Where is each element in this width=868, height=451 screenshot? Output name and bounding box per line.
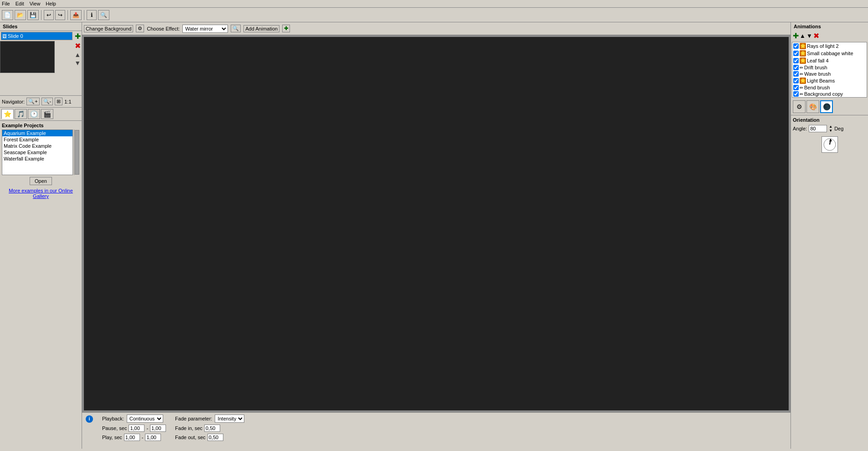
project-list-scrollbar[interactable] bbox=[74, 130, 80, 175]
play-value1[interactable] bbox=[124, 434, 140, 441]
project-item-forest[interactable]: Forest Example bbox=[2, 136, 72, 143]
angle-spinner[interactable]: ▲ ▼ bbox=[829, 124, 832, 133]
delete-anim-button[interactable]: ✖ bbox=[813, 31, 819, 40]
add-animation-button[interactable]: Add Animation bbox=[243, 25, 279, 32]
play-value2[interactable] bbox=[145, 434, 161, 441]
playback-label: Playback: bbox=[102, 416, 124, 421]
menu-edit[interactable]: Edit bbox=[16, 1, 24, 6]
playback-select[interactable]: ContinuousOnceLoop bbox=[127, 415, 163, 423]
zoom-in-button[interactable]: 🔍+ bbox=[26, 98, 39, 105]
fit-button[interactable]: ⊞ bbox=[55, 98, 62, 105]
project-list-container: Aquarium Example Forest Example Matrix C… bbox=[2, 130, 80, 175]
fade-out-value[interactable] bbox=[207, 434, 223, 441]
menu-view[interactable]: View bbox=[30, 1, 41, 6]
anim-item-leaf[interactable]: 🌟 Leaf fall 4 bbox=[792, 57, 867, 64]
anim-name-drift: Drift brush bbox=[804, 65, 827, 70]
mode-btn-moon[interactable]: 🌑 bbox=[820, 100, 833, 113]
project-list[interactable]: Aquarium Example Forest Example Matrix C… bbox=[2, 130, 73, 175]
anim-check-cabbage[interactable] bbox=[793, 51, 799, 56]
anim-check-wave[interactable] bbox=[793, 71, 799, 77]
open-project-button[interactable]: Open bbox=[30, 177, 52, 185]
gallery-link[interactable]: More examples in our Online Gallery bbox=[2, 187, 80, 200]
orientation-dial[interactable] bbox=[822, 136, 838, 153]
play-label: Play, sec bbox=[102, 435, 122, 440]
anim-check-bgcopy[interactable] bbox=[793, 91, 799, 97]
fade-in-label: Fade in, sec bbox=[175, 425, 202, 431]
main-toolbar: 📄 📂 💾 ↩ ↪ 📤 ℹ 🔍 bbox=[0, 8, 868, 22]
scrollbar-thumb bbox=[75, 130, 79, 175]
main-layout: Slides 🖼 Slide 0 ✚ ✖ ▲ ▼ bbox=[0, 22, 868, 449]
anim-check-rays[interactable] bbox=[793, 43, 799, 49]
slides-row: 🖼 Slide 0 ✚ ✖ ▲ ▼ bbox=[0, 31, 82, 73]
anim-item-bend[interactable]: ✏ Bend brush bbox=[792, 84, 867, 91]
add-slide-button[interactable]: ✚ bbox=[75, 32, 81, 41]
anim-check-lightbeams[interactable] bbox=[793, 78, 799, 83]
anim-item-wave[interactable]: ✏ Wave brush bbox=[792, 71, 867, 77]
project-item-waterfall[interactable]: Waterfall Example bbox=[2, 156, 72, 162]
bottom-bar: i Playback: ContinuousOnceLoop Pause, se… bbox=[82, 412, 790, 449]
search-button[interactable]: 🔍 bbox=[98, 10, 109, 20]
orientation-section: Orientation Angle: ▲ ▼ Deg bbox=[791, 115, 868, 156]
choose-effect-label: Choose Effect: bbox=[147, 26, 180, 31]
anim-item-bgcopy[interactable]: ✏ Background copy bbox=[792, 91, 867, 97]
orientation-dial-container bbox=[793, 133, 866, 155]
menu-help[interactable]: Help bbox=[46, 1, 56, 6]
slide-item[interactable]: 🖼 Slide 0 bbox=[1, 32, 72, 40]
anim-check-bend[interactable] bbox=[793, 85, 799, 90]
anim-icon-lightbeams: 🌟 bbox=[800, 78, 806, 84]
info-button[interactable]: ℹ bbox=[87, 10, 97, 20]
project-item-aquarium[interactable]: Aquarium Example bbox=[2, 130, 72, 136]
add-animation-plus-button[interactable]: ✚ bbox=[282, 25, 290, 32]
add-animation-ctrl-button[interactable]: ✚ bbox=[793, 31, 799, 40]
anim-check-drift[interactable] bbox=[793, 65, 799, 70]
zoom-out-button[interactable]: 🔍- bbox=[41, 98, 53, 105]
effect-settings-button[interactable]: 🔍 bbox=[231, 25, 241, 32]
angle-row: Angle: ▲ ▼ Deg bbox=[793, 124, 866, 133]
project-item-seascape[interactable]: Seascape Example bbox=[2, 149, 72, 156]
open-button[interactable]: 📂 bbox=[15, 10, 26, 20]
orientation-dial-svg bbox=[823, 138, 837, 151]
project-item-matrix[interactable]: Matrix Code Example bbox=[2, 143, 72, 149]
info-icon: i bbox=[86, 415, 93, 423]
move-anim-up-button[interactable]: ▲ bbox=[800, 32, 806, 39]
export-button[interactable]: 📤 bbox=[70, 10, 82, 20]
right-panel: Animations ✚ ▲ ▼ ✖ 🌟 Rays of light 2 🌟 S… bbox=[790, 22, 868, 449]
move-anim-down-button[interactable]: ▼ bbox=[806, 32, 812, 39]
menu-file[interactable]: File bbox=[2, 1, 10, 6]
mode-btn-settings[interactable]: ⚙ bbox=[793, 100, 806, 113]
example-projects-label: Example Projects bbox=[2, 123, 80, 128]
effect-select[interactable]: Water mirror bbox=[182, 25, 228, 33]
fade-in-value[interactable] bbox=[204, 425, 220, 432]
pause-value2[interactable] bbox=[150, 425, 166, 432]
anim-item-cabbage[interactable]: 🌟 Small cabbage white bbox=[792, 50, 867, 57]
anim-name-bgcopy: Background copy bbox=[804, 91, 843, 97]
redo-button[interactable]: ↪ bbox=[55, 10, 65, 20]
delete-slide-button[interactable]: ✖ bbox=[75, 41, 81, 50]
menubar: File Edit View Help bbox=[0, 0, 868, 8]
play-row: Play, sec - bbox=[102, 434, 166, 441]
fade-param-select[interactable]: Intensity bbox=[215, 415, 244, 423]
icon-tab-video[interactable]: 🎬 bbox=[41, 109, 53, 119]
anim-item-rays[interactable]: 🌟 Rays of light 2 bbox=[792, 42, 867, 50]
angle-input[interactable] bbox=[809, 125, 827, 132]
separator3 bbox=[84, 10, 84, 20]
icon-tab-music[interactable]: 🎵 bbox=[15, 109, 27, 119]
anim-icon-leaf: 🌟 bbox=[800, 57, 806, 64]
change-background-button[interactable]: Change Background bbox=[84, 25, 133, 32]
pause-value1[interactable] bbox=[129, 425, 145, 432]
change-background-settings-button[interactable]: ⚙ bbox=[136, 25, 144, 32]
mode-buttons: ⚙ 🎨 🌑 bbox=[791, 98, 868, 115]
anim-item-drift[interactable]: ✏ Drift brush bbox=[792, 64, 867, 71]
anim-check-leaf[interactable] bbox=[793, 58, 799, 63]
mode-btn-paint[interactable]: 🎨 bbox=[806, 100, 819, 113]
navigator-area: Navigator: 🔍+ 🔍- ⊞ 1:1 bbox=[0, 95, 82, 107]
icon-tab-clock[interactable]: 🕐 bbox=[28, 109, 40, 119]
move-slide-up-button[interactable]: ▲ bbox=[74, 51, 81, 58]
move-slide-down-button[interactable]: ▼ bbox=[74, 59, 81, 67]
undo-button[interactable]: ↩ bbox=[44, 10, 54, 20]
save-button[interactable]: 💾 bbox=[27, 10, 39, 20]
icon-tab-star[interactable]: ⭐ bbox=[1, 109, 14, 119]
separator2 bbox=[67, 10, 68, 20]
new-button[interactable]: 📄 bbox=[2, 10, 13, 20]
anim-item-lightbeams[interactable]: 🌟 Light Beams bbox=[792, 77, 867, 84]
